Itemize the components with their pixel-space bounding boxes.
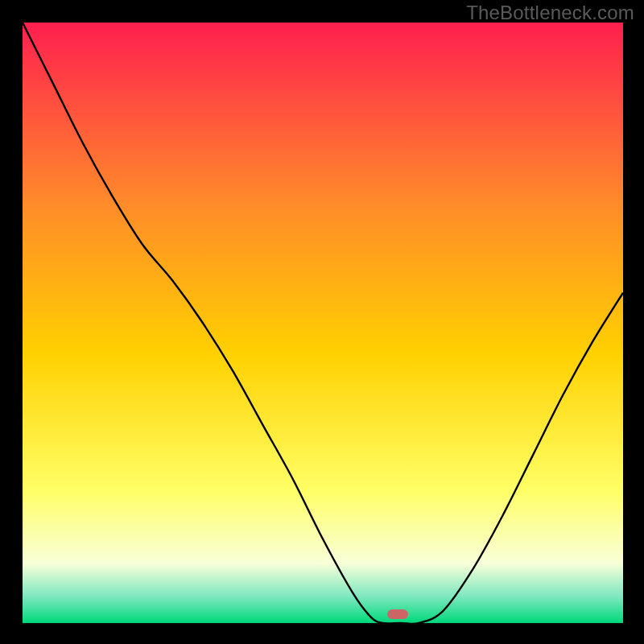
gradient-background <box>23 23 623 623</box>
optimum-marker <box>387 609 408 619</box>
chart-frame: TheBottleneck.com <box>0 0 644 644</box>
plot-area <box>23 23 623 623</box>
chart-svg <box>23 23 623 623</box>
watermark-text: TheBottleneck.com <box>466 2 634 24</box>
